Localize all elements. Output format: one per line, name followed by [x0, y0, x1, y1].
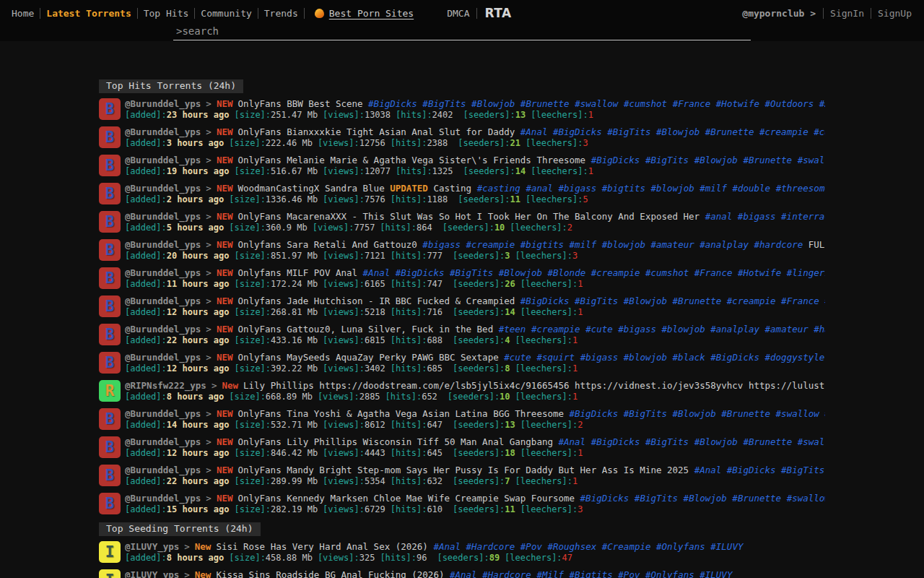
tag-link[interactable]: #BigDicks — [520, 296, 570, 306]
tag-link[interactable]: #cute — [585, 324, 613, 335]
tag-link[interactable]: #Anal — [694, 465, 722, 475]
tag-link[interactable]: #Blowjob — [684, 493, 727, 504]
tag-link[interactable]: #… — [824, 408, 825, 419]
tag-link[interactable]: #threesome… — [776, 183, 825, 194]
tag-link[interactable]: #Anal — [433, 541, 461, 552]
tag-link[interactable]: #Blowjob — [499, 267, 542, 278]
nav-item-community[interactable]: Community — [195, 8, 257, 19]
uploader-avatar[interactable]: R — [99, 380, 121, 402]
tag-link[interactable]: #double — [732, 183, 770, 194]
nav-item-top-hits[interactable]: Top Hits — [138, 8, 195, 19]
tag-link[interactable]: #creampie — [531, 324, 580, 335]
tag-link[interactable]: #BigTits — [422, 98, 466, 109]
tag-link[interactable]: #black — [673, 352, 705, 363]
tag-link[interactable]: #creampie — [727, 296, 776, 306]
tag-link[interactable]: #Hotwife — [738, 267, 781, 278]
tag-link[interactable]: #ILUVY — [710, 541, 743, 552]
torrent-link[interactable]: OnlyFans Melanie Marie & Agatha Vega Sis… — [237, 155, 825, 165]
uploader-link[interactable]: @Burunddel_yps — [125, 155, 201, 165]
tag-link[interactable]: #blowjob — [624, 352, 667, 363]
tag-link[interactable]: #Outdoors — [765, 98, 814, 109]
dmca-link[interactable]: DMCA — [440, 8, 476, 19]
nav-item-latest-torrents[interactable]: Latest Torrents — [40, 8, 136, 19]
tag-link[interactable]: #amateur — [651, 239, 694, 250]
tag-link[interactable]: #Brunette — [732, 493, 781, 504]
tag-link[interactable]: #BigTits — [645, 436, 689, 447]
torrent-link[interactable]: OnlyFans Mandy Bright Step-mom Says Her … — [237, 465, 825, 475]
search-input[interactable] — [173, 25, 751, 40]
tag-link[interactable]: #… — [824, 296, 825, 306]
uploader-link[interactable]: @Burunddel_yps — [125, 98, 201, 109]
uploader-avatar[interactable]: B — [99, 465, 121, 486]
uploader-link[interactable]: @Burunddel_yps — [125, 465, 201, 475]
tag-link[interactable]: #bigass — [738, 211, 776, 222]
best-porn-sites-link[interactable]: Best Porn Sites — [315, 8, 414, 19]
signin-link[interactable]: SignIn — [824, 8, 871, 19]
uploader-avatar[interactable]: B — [99, 211, 121, 233]
tag-link[interactable]: #milf — [699, 183, 727, 194]
tag-link[interactable]: #Blowjob — [694, 436, 738, 447]
uploader-link[interactable]: @ILUVY_yps — [125, 541, 179, 552]
tag-link[interactable]: #Blowjob — [673, 408, 716, 419]
tag-link[interactable]: #Anal — [450, 569, 477, 578]
tag-link[interactable]: #Blonde — [548, 267, 586, 278]
tag-link[interactable]: #BigDicks — [591, 436, 640, 447]
tag-link[interactable]: #milf — [570, 239, 597, 250]
uploader-link[interactable]: @RIPNsfw222_yps — [125, 380, 206, 391]
tag-link[interactable]: #lingeri… — [787, 267, 825, 278]
uploader-avatar[interactable]: B — [99, 267, 121, 289]
tag-link[interactable]: #blowjob — [662, 324, 705, 335]
tag-link[interactable]: #BigDicks — [570, 408, 619, 419]
tag-link[interactable]: #France — [781, 296, 819, 306]
torrent-link[interactable]: OnlyFans Kennedy Marksen Chloe Mae Wife … — [237, 493, 825, 504]
tag-link[interactable]: #cute — [504, 352, 531, 363]
uploader-avatar[interactable]: B — [99, 239, 121, 261]
uploader-link[interactable]: @Burunddel_yps — [125, 352, 201, 363]
tag-link[interactable]: #anal — [705, 211, 733, 222]
account-handle[interactable]: @mypornclub > — [735, 8, 823, 19]
uploader-avatar[interactable]: B — [99, 493, 121, 514]
torrent-link[interactable]: Onlyfans MaySeeds AquaZay Perky PAWG BBC… — [237, 352, 825, 363]
tag-link[interactable]: #analplay — [710, 324, 759, 335]
uploader-link[interactable]: @Burunddel_yps — [125, 183, 201, 194]
torrent-link[interactable]: OnlyFans Bianxxxkie Tight Asian Anal Slu… — [237, 126, 825, 137]
tag-link[interactable]: #France — [673, 98, 711, 109]
tag-link[interactable]: #swall… — [798, 155, 825, 165]
tag-link[interactable]: #analplay — [699, 239, 749, 250]
torrent-link[interactable]: Onlyfans Jade Hutchison - IR BBC Fucked … — [237, 296, 825, 306]
uploader-avatar[interactable]: B — [99, 126, 121, 148]
uploader-avatar[interactable]: B — [99, 183, 121, 204]
tag-link[interactable]: #swallow… — [787, 493, 825, 504]
tag-link[interactable]: #BigTits — [645, 155, 689, 165]
uploader-link[interactable]: @Burunddel_yps — [125, 493, 201, 504]
uploader-link[interactable]: @Burunddel_yps — [125, 239, 201, 250]
uploader-avatar[interactable]: B — [99, 324, 121, 345]
tag-link[interactable]: #swall… — [798, 436, 825, 447]
tag-link[interactable]: #Blowjob — [694, 155, 738, 165]
tag-link[interactable]: #Onlyfans — [645, 569, 694, 578]
uploader-avatar[interactable]: B — [99, 408, 121, 430]
tag-link[interactable]: #Hardcore — [482, 569, 531, 578]
tag-link[interactable]: #BigDicks — [368, 98, 417, 109]
tag-link[interactable]: #Brunette — [721, 408, 770, 419]
tag-link[interactable]: #creampie — [466, 239, 515, 250]
torrent-link[interactable]: Sisi Rose Has Very Hard Anal Sex (2026) … — [216, 541, 743, 552]
tag-link[interactable]: #cumshot — [624, 98, 667, 109]
tag-link[interactable]: #casting — [477, 183, 520, 194]
tag-link[interactable]: #BigTits — [624, 408, 667, 419]
uploader-link[interactable]: @ILUVY_yps — [125, 569, 179, 578]
tag-link[interactable]: #BigTits — [781, 465, 824, 475]
tag-link[interactable]: #France — [694, 267, 733, 278]
tag-link[interactable]: #A… — [819, 98, 825, 109]
nav-item-trends[interactable]: Trends — [258, 8, 304, 19]
tag-link[interactable]: #amateur — [765, 324, 808, 335]
uploader-link[interactable]: @Burunddel_yps — [125, 324, 201, 335]
tag-link[interactable]: #hardcore — [754, 239, 803, 250]
tag-link[interactable]: #ILUVY — [699, 569, 732, 578]
uploader-link[interactable]: @Burunddel_yps — [125, 126, 201, 137]
signup-link[interactable]: SignUp — [871, 8, 918, 19]
torrent-link[interactable]: OnlyFans Tina Yoshi & Agatha Vega Asian … — [237, 408, 825, 419]
tag-link[interactable]: #squirt — [536, 352, 575, 363]
tag-link[interactable]: #Milf — [536, 569, 564, 578]
tag-link[interactable]: #creampie — [591, 267, 640, 278]
